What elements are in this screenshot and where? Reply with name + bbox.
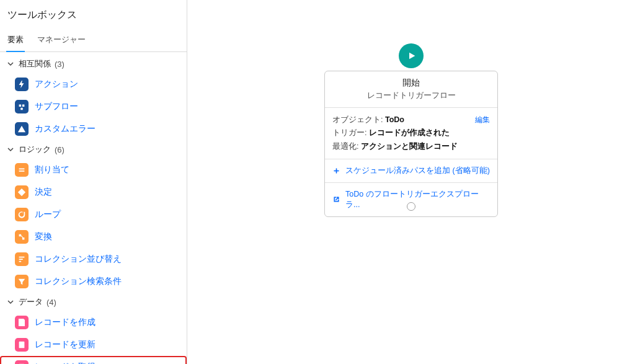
- object-label: オブジェクト:: [332, 115, 383, 124]
- subflow-icon: [15, 100, 29, 113]
- recplus-icon: [15, 316, 29, 329]
- external-link-icon: [332, 195, 340, 203]
- toolbox-item-action[interactable]: アクション: [0, 73, 187, 95]
- group-label: 相互関係: [19, 58, 51, 69]
- toolbox-item-label: サブフロー: [35, 101, 78, 112]
- toolbox-item-customerr[interactable]: カスタムエラー: [0, 118, 187, 140]
- tab-manager[interactable]: マネージャー: [36, 29, 87, 51]
- group-header-0[interactable]: 相互関係 (3): [0, 55, 187, 73]
- flow-trigger-explorer-label: ToDo のフロートリガーエクスプローラ...: [345, 189, 490, 210]
- plus-icon: [332, 167, 340, 175]
- object-value: ToDo: [385, 115, 404, 124]
- start-node-play[interactable]: [399, 43, 424, 68]
- play-icon: [407, 51, 417, 61]
- toolbox-title: ツールボックス: [0, 0, 187, 29]
- start-details: 編集 オブジェクト: ToDo トリガー: レコードが作成された 最適化: アク…: [325, 107, 497, 159]
- toolbox-item-label: コレクション並び替え: [35, 254, 122, 265]
- diamond-icon: [15, 185, 29, 199]
- flow-canvas[interactable]: 開始 レコードトリガーフロー 編集 オブジェクト: ToDo トリガー: レコー…: [187, 0, 635, 364]
- svg-rect-0: [19, 319, 25, 326]
- toolbox-item-label: カスタムエラー: [35, 123, 95, 135]
- toolbox-item-label: レコードを取得: [35, 362, 95, 364]
- trigger-label: トリガー:: [332, 128, 366, 137]
- toolbox-tabs: 要素 マネージャー: [0, 29, 187, 52]
- add-node-circle[interactable]: [407, 202, 415, 211]
- tab-elements[interactable]: 要素: [6, 29, 25, 51]
- toolbox-item-label: 変換: [35, 231, 52, 242]
- add-node-connector[interactable]: [407, 202, 415, 211]
- toolbox-item-label: アクション: [35, 79, 78, 90]
- toolbox-item-get[interactable]: レコードを取得: [0, 356, 187, 364]
- group-header-2[interactable]: データ (4): [0, 293, 187, 311]
- toolbox-item-label: 割り当て: [35, 164, 69, 175]
- optimize-value: アクションと関連レコード: [361, 142, 458, 151]
- sort-icon: [15, 252, 29, 266]
- add-scheduled-path-label: スケジュール済みパスを追加 (省略可能): [345, 166, 490, 176]
- toolbox-item-create[interactable]: レコードを作成: [0, 311, 187, 334]
- toolbox-item-label: レコードを更新: [35, 339, 95, 350]
- chevron-down-icon: [6, 298, 15, 306]
- start-node-card[interactable]: 開始 レコードトリガーフロー 編集 オブジェクト: ToDo トリガー: レコー…: [324, 71, 498, 217]
- start-title: 開始: [325, 71, 497, 90]
- group-count: (4): [47, 298, 56, 307]
- optimize-label: 最適化:: [332, 142, 358, 151]
- toolbox-item-filter[interactable]: コレクション検索条件: [0, 270, 187, 293]
- toolbox-item-update[interactable]: レコードを更新: [0, 334, 187, 356]
- add-scheduled-path-link[interactable]: スケジュール済みパスを追加 (省略可能): [325, 159, 497, 182]
- toolbox-sidebar: ツールボックス 要素 マネージャー 相互関係 (3)アクションサブフローカスタム…: [0, 0, 187, 364]
- start-edit-link[interactable]: 編集: [475, 113, 490, 126]
- group-label: ロジック: [19, 144, 51, 155]
- flow-trigger-explorer-link[interactable]: ToDo のフロートリガーエクスプローラ...: [325, 182, 497, 216]
- toolbox-item-subflow[interactable]: サブフロー: [0, 95, 187, 118]
- toolbox-item-label: 決定: [35, 187, 52, 198]
- warn-icon: [15, 122, 29, 136]
- start-subtitle: レコードトリガーフロー: [325, 90, 497, 107]
- recedit-icon: [15, 338, 29, 352]
- group-label: データ: [19, 296, 43, 308]
- toolbox-item-transform[interactable]: 変換: [0, 226, 187, 248]
- transform-icon: [15, 230, 29, 244]
- toolbox-item-loop[interactable]: ループ: [0, 203, 187, 226]
- toolbox-item-label: ループ: [35, 209, 61, 220]
- group-count: (3): [55, 60, 64, 69]
- toolbox-item-sort[interactable]: コレクション並び替え: [0, 248, 187, 270]
- funnel-icon: [15, 275, 29, 288]
- loop-icon: [15, 208, 29, 221]
- chevron-down-icon: [6, 60, 15, 68]
- trigger-value: レコードが作成された: [369, 128, 450, 137]
- equals-icon: [15, 163, 29, 177]
- toolbox-item-label: レコードを作成: [35, 317, 95, 328]
- group-count: (6): [55, 145, 64, 154]
- bolt-icon: [15, 78, 29, 91]
- recget-icon: [15, 360, 29, 364]
- toolbox-item-decision[interactable]: 決定: [0, 181, 187, 203]
- toolbox-item-assignment[interactable]: 割り当て: [0, 159, 187, 181]
- group-header-1[interactable]: ロジック (6): [0, 140, 187, 159]
- toolbox-item-label: コレクション検索条件: [35, 276, 122, 287]
- toolbox-tree: 相互関係 (3)アクションサブフローカスタムエラーロジック (6)割り当て決定ル…: [0, 52, 187, 364]
- chevron-down-icon: [6, 145, 15, 154]
